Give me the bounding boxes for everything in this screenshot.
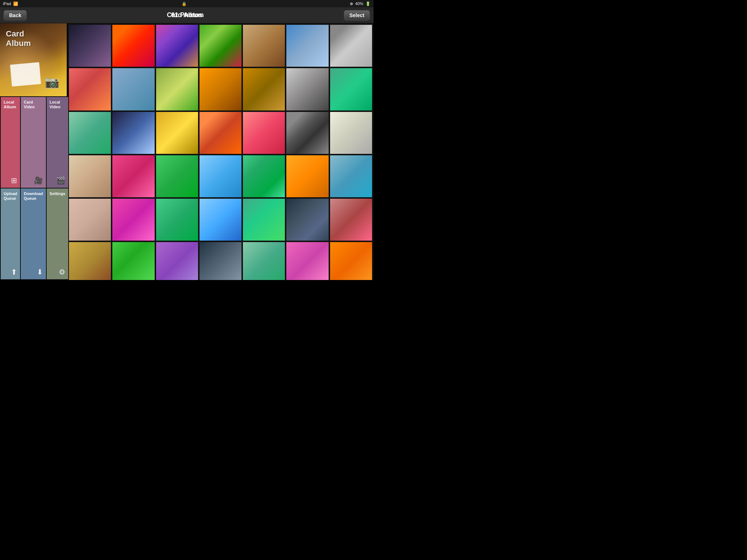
photo-thumb[interactable] bbox=[286, 242, 328, 280]
photo-thumb[interactable] bbox=[112, 155, 154, 197]
photo-thumb[interactable] bbox=[330, 25, 372, 67]
photo-grid-inner bbox=[69, 25, 372, 280]
photo-thumb[interactable] bbox=[243, 155, 285, 197]
photo-thumb[interactable] bbox=[200, 242, 241, 280]
photo-grid[interactable] bbox=[67, 23, 374, 280]
photo-thumb[interactable] bbox=[112, 68, 154, 110]
photo-thumb[interactable] bbox=[69, 242, 111, 280]
photo-thumb[interactable] bbox=[243, 112, 285, 154]
photo-thumb[interactable] bbox=[243, 68, 285, 110]
battery-icon: 🔋 bbox=[365, 1, 371, 6]
photo-thumb[interactable] bbox=[286, 155, 328, 197]
photo-thumb[interactable] bbox=[156, 25, 198, 67]
photo-thumb[interactable] bbox=[243, 242, 285, 280]
sidebar: Card Album 📷 Local Album ⊞ Card Video bbox=[0, 23, 67, 280]
photo-thumb[interactable] bbox=[330, 68, 372, 110]
select-button[interactable]: Select bbox=[344, 10, 370, 20]
photo-thumb[interactable] bbox=[286, 68, 328, 110]
settings-icon: ⚙ bbox=[59, 268, 65, 276]
photo-thumb[interactable] bbox=[156, 199, 198, 241]
sidebar-grid: Local Album ⊞ Card Video 🎥 Local Video bbox=[0, 96, 67, 280]
sidebar-item-local-album[interactable]: Local Album ⊞ bbox=[1, 97, 20, 188]
sidebar-item-settings[interactable]: Settings ⚙ bbox=[47, 188, 68, 279]
photo-thumb[interactable] bbox=[156, 112, 198, 154]
sidebar-item-download-queue[interactable]: Download Queue ⬇ bbox=[21, 188, 46, 279]
photo-thumb[interactable] bbox=[330, 242, 372, 280]
photo-thumb[interactable] bbox=[330, 155, 372, 197]
photo-thumb[interactable] bbox=[69, 112, 111, 154]
photo-thumb[interactable] bbox=[112, 25, 154, 67]
photo-thumb[interactable] bbox=[69, 68, 111, 110]
sidebar-item-card-video[interactable]: Card Video 🎥 bbox=[21, 97, 46, 188]
photo-thumb[interactable] bbox=[200, 25, 241, 67]
upload-icon: ⬆ bbox=[11, 268, 17, 276]
photo-thumb[interactable] bbox=[156, 242, 198, 280]
photo-thumb[interactable] bbox=[69, 25, 111, 67]
main-layout: Card Album 📷 Local Album ⊞ Card Video bbox=[0, 23, 374, 280]
photo-thumb[interactable] bbox=[112, 112, 154, 154]
lock-icon: 🔒 bbox=[182, 1, 187, 6]
photo-thumb[interactable] bbox=[286, 112, 328, 154]
album-white-card bbox=[10, 62, 41, 87]
photo-thumb[interactable] bbox=[69, 199, 111, 241]
battery-label: 40% bbox=[355, 1, 363, 6]
photo-thumb[interactable] bbox=[330, 199, 372, 241]
photo-thumb[interactable] bbox=[243, 199, 285, 241]
album-cover-text: Card Album bbox=[6, 29, 31, 48]
photo-thumb[interactable] bbox=[243, 25, 285, 67]
download-icon: ⬇ bbox=[37, 268, 43, 276]
photo-thumb[interactable] bbox=[200, 112, 241, 154]
local-album-icon: ⊞ bbox=[11, 176, 17, 185]
nav-bar: Back Card Album 61 Photos Select bbox=[0, 7, 374, 23]
photo-thumb[interactable] bbox=[200, 155, 241, 197]
photo-thumb[interactable] bbox=[286, 199, 328, 241]
photo-thumb[interactable] bbox=[330, 112, 372, 154]
photo-thumb[interactable] bbox=[112, 199, 154, 241]
back-button[interactable]: Back bbox=[4, 10, 27, 20]
photo-thumb[interactable] bbox=[69, 155, 111, 197]
photo-thumb[interactable] bbox=[112, 242, 154, 280]
card-video-icon: 🎥 bbox=[34, 176, 43, 185]
photo-thumb[interactable] bbox=[156, 68, 198, 110]
photo-thumb[interactable] bbox=[200, 68, 241, 110]
album-cover: Card Album 📷 bbox=[0, 23, 67, 96]
sidebar-item-upload-queue[interactable]: Upload Queue ⬆ bbox=[1, 188, 20, 279]
carrier-label: iPad bbox=[3, 1, 11, 6]
photo-thumb[interactable] bbox=[286, 25, 328, 67]
status-bar: iPad 📶 🔒 ⊕ 40% 🔋 bbox=[0, 0, 374, 7]
photo-thumb[interactable] bbox=[156, 155, 198, 197]
photo-thumb[interactable] bbox=[200, 199, 241, 241]
sidebar-item-local-video[interactable]: Local Video 🎬 bbox=[47, 97, 68, 188]
photos-count: 61 Photos bbox=[171, 11, 202, 19]
wifi-icon: 📶 bbox=[13, 1, 18, 6]
rotation-lock-icon: ⊕ bbox=[350, 1, 353, 6]
camera-icon: 📷 bbox=[45, 75, 59, 89]
local-video-icon: 🎬 bbox=[56, 176, 65, 185]
